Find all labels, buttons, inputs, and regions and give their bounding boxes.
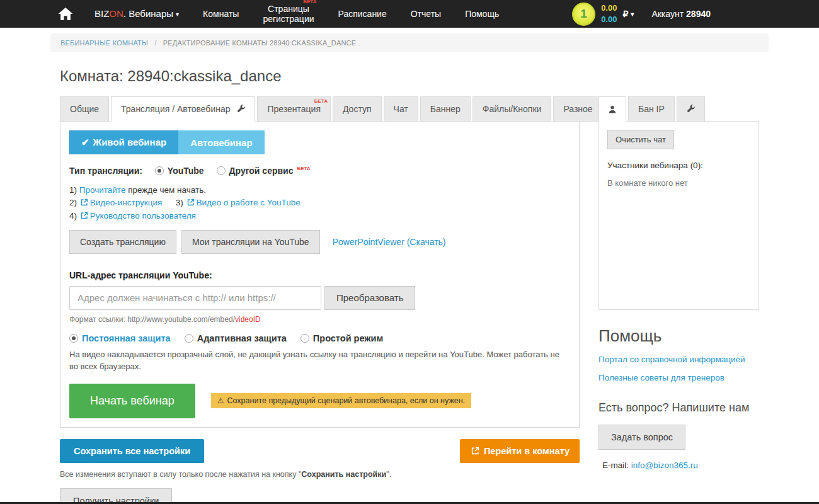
format-hint-text: Формат ссылки: http://www.youtube.com/em… — [69, 315, 235, 324]
nav-item-reg-pages[interactable]: БЕТА Страницы регистрации — [263, 4, 314, 24]
save-all-settings-button[interactable]: Сохранить все настройки — [60, 439, 204, 463]
ask-question-button[interactable]: Задать вопрос — [598, 425, 685, 450]
account-word: Аккаунт — [651, 9, 684, 19]
format-hint-videoid: videoID — [235, 315, 261, 324]
instruction-number: 1) — [69, 185, 77, 195]
radio-adaptive-protection[interactable] — [185, 334, 193, 343]
brand-menu[interactable]: BIZON. Вебинары▾ — [94, 8, 179, 19]
tab-broadcast-autowebinar[interactable]: Трансляция / Автовебинар — [111, 96, 255, 122]
tab-chat[interactable]: Чат — [384, 96, 418, 122]
radio-option-youtube[interactable]: YouTube — [155, 166, 207, 176]
simple-mode-label: Простой режим — [313, 333, 383, 343]
radio-simple-mode[interactable] — [301, 334, 309, 343]
powerpoint-viewer-link[interactable]: PowerPointViewer (Скачать) — [333, 237, 446, 247]
warning-text: Сохраните предыдущий сценарий автовебина… — [227, 396, 466, 405]
instruction-line-1: 1) Прочитайте прежде чем начать. — [69, 184, 570, 197]
radio-option-adaptive-protection[interactable]: Адаптивная защита — [185, 333, 289, 343]
link-format-hint: Формат ссылки: http://www.youtube.com/em… — [69, 315, 570, 324]
email-label: E-mail: — [602, 461, 629, 470]
check-icon: ✔ — [81, 137, 89, 147]
create-broadcast-button[interactable]: Создать трансляцию — [69, 230, 176, 254]
broadcast-settings-panel: ✔Живой вебинар Автовебинар Тип трансляци… — [60, 121, 580, 428]
radio-option-other-service[interactable]: Другой сервис БЕТА — [217, 166, 311, 176]
youtube-video-link[interactable]: Видео о работе с YouTube — [186, 198, 301, 207]
goto-room-button[interactable]: Перейти в комнату — [460, 439, 580, 463]
external-link-icon — [81, 198, 88, 206]
nav-item-rooms[interactable]: Комнаты — [203, 9, 239, 19]
radio-option-simple-mode[interactable]: Простой режим — [301, 333, 383, 343]
radio-other-service[interactable] — [217, 166, 226, 175]
trainer-tips-link[interactable]: Полезные советы для тренеров — [598, 373, 759, 382]
help-portal-link[interactable]: Портал со справочной информацией — [598, 355, 759, 364]
tab-presentation-label: Презентация — [267, 104, 321, 114]
start-webinar-button[interactable]: Начать вебинар — [69, 384, 195, 418]
email-row: E-mail: info@bizon365.ru — [598, 461, 759, 470]
home-button[interactable] — [58, 8, 73, 20]
radio-permanent-protection[interactable] — [69, 334, 78, 343]
page-title: Комната: 28940:ckassika_dance — [60, 67, 759, 85]
tab-participants[interactable] — [598, 96, 626, 122]
permanent-protection-label: Постоянная защита — [82, 333, 171, 343]
tab-files-buttons[interactable]: Файлы/Кнопки — [472, 96, 552, 122]
beta-badge: БЕТА — [297, 166, 310, 171]
broadcast-type-row: Тип трансляции: YouTube Другой сервис БЕ… — [69, 166, 570, 176]
protection-description: На видео накладывается прозрачный слой, … — [69, 348, 570, 373]
tab-ban-ip[interactable]: Бан IP — [628, 96, 675, 122]
note-text-end: ". — [386, 470, 391, 479]
ruble-sign: ₽ — [622, 9, 628, 19]
nav-item-help[interactable]: Помощь — [465, 9, 499, 19]
tab-access[interactable]: Доступ — [333, 96, 382, 122]
top-navbar: BIZON. Вебинары▾ Комнаты БЕТА Страницы р… — [0, 0, 819, 28]
brand-on: ON — [109, 8, 123, 19]
broadcast-type-label: Тип трансляции: — [69, 166, 142, 176]
empty-room-text: В комнате никого нет — [607, 178, 750, 188]
video-instruction-label: Видео-инструкция — [90, 198, 162, 207]
instruction-line-2: 2) Видео-инструкция 3) Видео о работе с … — [69, 197, 570, 209]
breadcrumb: ВЕБИНАРНЫЕ КОМНАТЫ / РЕДАКТИРОВАНИЕ КОМН… — [50, 33, 769, 52]
convert-button[interactable]: Преобразовать — [324, 286, 415, 310]
home-icon — [58, 8, 73, 20]
tab-presentation[interactable]: БЕТА Презентация — [257, 96, 331, 122]
user-guide-link[interactable]: Руководство пользователя — [79, 211, 196, 220]
autowebinar-button[interactable]: Автовебинар — [178, 130, 264, 154]
chevron-down-icon: ▾ — [631, 11, 634, 18]
clear-chat-button[interactable]: Очистить чат — [607, 130, 674, 149]
coin-badge[interactable]: 1 — [572, 3, 595, 26]
chevron-down-icon: ▾ — [176, 11, 179, 18]
instruction-number: 4) — [69, 211, 77, 220]
youtube-url-label: URL-адрес трансляции YouTube: — [69, 270, 570, 280]
warning-icon: ⚠ — [217, 396, 224, 405]
note-text: Все изменения вступают в силу только пос… — [60, 470, 301, 479]
video-instruction-link[interactable]: Видео-инструкция — [79, 198, 162, 207]
reg-pages-line2: регистрации — [263, 14, 314, 24]
external-link-icon — [471, 447, 479, 455]
instruction-text: прежде чем начать. — [125, 185, 206, 195]
tab-general[interactable]: Общие — [60, 96, 109, 122]
brand-biz: BIZ — [94, 8, 109, 19]
youtube-url-input[interactable] — [69, 286, 321, 310]
tab-misc[interactable]: Разное — [553, 96, 602, 122]
beta-badge: БЕТА — [314, 98, 328, 104]
brand-rest: . Вебинары — [123, 8, 173, 19]
coin-value: 1 — [580, 7, 587, 21]
room-tabs: Общие Трансляция / Автовебинар БЕТА През… — [60, 96, 580, 122]
account-label: Аккаунт28940 — [651, 9, 711, 19]
nav-item-reports[interactable]: Отчеты — [411, 9, 441, 19]
tab-sidebar-settings[interactable] — [677, 96, 705, 122]
breadcrumb-link-rooms[interactable]: ВЕБИНАРНЫЕ КОМНАТЫ — [60, 39, 148, 47]
question-title: Есть вопрос? Напишите нам — [598, 401, 759, 415]
my-broadcasts-button[interactable]: Мои трансляции на YouTube — [181, 230, 320, 254]
instruction-number: 2) — [69, 198, 77, 207]
nav-item-schedule[interactable]: Расписание — [338, 9, 387, 19]
instruction-line-3: 4) Руководство пользователя — [69, 210, 570, 222]
radio-option-permanent-protection[interactable]: Постоянная защита — [69, 333, 173, 343]
read-before-start-link[interactable]: Прочитайте — [79, 185, 126, 195]
currency-dropdown[interactable]: ₽ ▾ — [622, 9, 634, 19]
goto-room-label: Перейти в комнату — [484, 446, 570, 456]
email-link[interactable]: info@bizon365.ru — [631, 461, 698, 470]
live-webinar-button[interactable]: ✔Живой вебинар — [69, 130, 178, 154]
instructions-block: 1) Прочитайте прежде чем начать. 2) Виде… — [69, 184, 570, 222]
tab-banner[interactable]: Баннер — [420, 96, 471, 122]
radio-youtube[interactable] — [155, 166, 164, 175]
person-icon — [609, 105, 616, 113]
